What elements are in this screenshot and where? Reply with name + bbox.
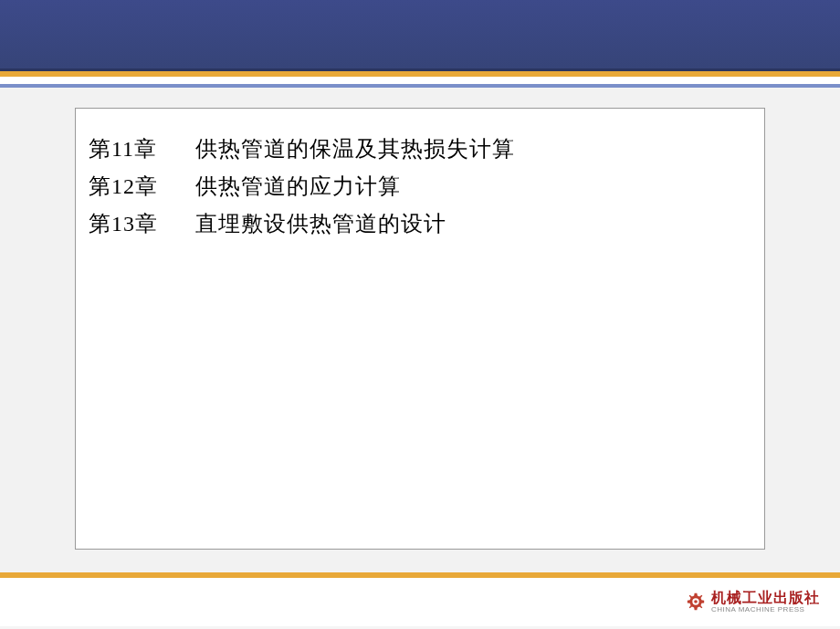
publisher-name-cn: 机械工业出版社 — [711, 590, 820, 606]
content-box: 第11章 供热管道的保温及其热损失计算 第12章 供热管道的应力计算 第13章 … — [75, 108, 765, 550]
divider-gap — [0, 77, 840, 84]
footer: 机械工业出版社 CHINA MACHINE PRESS — [0, 578, 840, 626]
chapter-title: 供热管道的应力计算 — [195, 174, 401, 198]
chapter-label: 第12章 — [89, 168, 189, 205]
chapter-row: 第11章 供热管道的保温及其热损失计算 — [89, 131, 751, 168]
chapter-row: 第12章 供热管道的应力计算 — [89, 168, 751, 205]
slide-body: 第11章 供热管道的保温及其热损失计算 第12章 供热管道的应力计算 第13章 … — [0, 88, 840, 572]
header-bar — [0, 0, 840, 71]
chapter-title: 供热管道的保温及其热损失计算 — [195, 137, 515, 161]
chapter-label: 第13章 — [89, 205, 189, 243]
chapter-title: 直埋敷设供热管道的设计 — [195, 212, 446, 236]
gear-icon — [686, 592, 706, 612]
publisher-text: 机械工业出版社 CHINA MACHINE PRESS — [711, 590, 820, 613]
publisher-name-en: CHINA MACHINE PRESS — [711, 606, 820, 614]
slide-container: 第11章 供热管道的保温及其热损失计算 第12章 供热管道的应力计算 第13章 … — [0, 0, 840, 629]
publisher-logo: 机械工业出版社 CHINA MACHINE PRESS — [686, 590, 820, 613]
chapter-label: 第11章 — [89, 131, 189, 168]
chapter-row: 第13章 直埋敷设供热管道的设计 — [89, 205, 751, 243]
